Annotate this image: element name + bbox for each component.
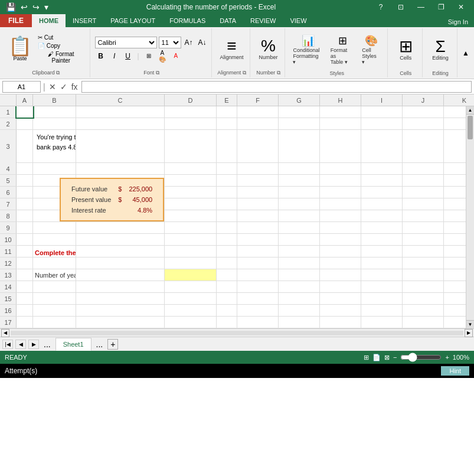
decrease-font-button[interactable]: A↓ xyxy=(197,37,208,48)
cell-c4[interactable] xyxy=(76,163,165,174)
cell-styles-button[interactable]: 🎨 CellStyles ▾ xyxy=(359,32,384,67)
cell-d1[interactable] xyxy=(165,106,217,118)
cell-b4[interactable] xyxy=(33,163,76,174)
zoom-out-button[interactable]: − xyxy=(393,354,397,361)
cell-g2[interactable] xyxy=(279,118,320,129)
cell-h12[interactable] xyxy=(320,257,361,269)
scroll-thumb[interactable] xyxy=(468,116,473,139)
border-button[interactable]: ⊞ xyxy=(143,50,155,62)
fx-button[interactable]: fx xyxy=(70,82,79,92)
add-sheet-button[interactable]: + xyxy=(107,339,118,350)
cell-g6[interactable] xyxy=(279,187,320,198)
cell-e4[interactable] xyxy=(217,163,237,174)
h-scroll-track[interactable] xyxy=(11,331,463,335)
cell-f10[interactable] xyxy=(237,234,279,245)
cell-e17[interactable] xyxy=(217,317,237,328)
editing-button[interactable]: Σ Editing xyxy=(427,36,453,63)
cell-g17[interactable] xyxy=(279,317,320,328)
cell-j8[interactable] xyxy=(403,210,444,221)
cell-d6[interactable] xyxy=(165,187,217,198)
format-as-table-button[interactable]: ⊞ Format asTable ▾ xyxy=(328,32,357,67)
copy-button[interactable]: 📄 Copy xyxy=(36,42,86,50)
tab-data[interactable]: DATA xyxy=(213,14,243,27)
alignment-button[interactable]: ≡ Alignment xyxy=(217,35,246,63)
cell-i11[interactable] xyxy=(361,246,403,257)
cell-g16[interactable] xyxy=(279,305,320,316)
number-launcher[interactable]: ⧉ xyxy=(277,70,280,76)
cell-c11[interactable] xyxy=(76,246,165,257)
cell-i5[interactable] xyxy=(361,175,403,186)
tab-page-layout[interactable]: PAGE LAYOUT xyxy=(103,14,162,27)
cell-d5[interactable] xyxy=(165,175,217,186)
scroll-track[interactable] xyxy=(466,115,474,320)
sign-in-button[interactable]: Sign In xyxy=(442,17,474,27)
scroll-left-button[interactable]: ◀ xyxy=(1,329,9,337)
cell-f16[interactable] xyxy=(237,305,279,316)
cell-c1[interactable] xyxy=(76,106,165,118)
cell-j5[interactable] xyxy=(403,175,444,186)
hint-button[interactable]: Hint xyxy=(441,366,469,376)
cell-j10[interactable] xyxy=(403,234,444,245)
tab-insert[interactable]: INSERT xyxy=(66,14,103,27)
cell-d2[interactable] xyxy=(165,118,217,129)
cell-c16[interactable] xyxy=(76,305,165,316)
cell-i10[interactable] xyxy=(361,234,403,245)
maximize-button[interactable]: ❐ xyxy=(433,0,449,14)
cell-h16[interactable] xyxy=(320,305,361,316)
cell-h15[interactable] xyxy=(320,293,361,304)
cell-e12[interactable] xyxy=(217,257,237,269)
cell-b1[interactable] xyxy=(33,106,76,118)
cell-d13[interactable] xyxy=(165,269,217,281)
cell-b11[interactable]: Complete the following analysis. Do not … xyxy=(33,246,76,257)
tab-view[interactable]: VIEW xyxy=(283,14,313,27)
cell-g8[interactable] xyxy=(279,210,320,221)
cell-a5[interactable] xyxy=(17,175,33,186)
cell-a3[interactable] xyxy=(17,130,33,163)
cell-h7[interactable] xyxy=(320,198,361,210)
cell-b15[interactable] xyxy=(33,293,76,304)
scroll-up-button[interactable]: ▲ xyxy=(466,106,474,115)
cell-c15[interactable] xyxy=(76,293,165,304)
cell-h1[interactable] xyxy=(320,106,361,118)
cell-e1[interactable] xyxy=(217,106,237,118)
cell-f14[interactable] xyxy=(237,281,279,292)
cell-j13[interactable] xyxy=(403,269,444,281)
redo-button[interactable]: ↪ xyxy=(31,2,41,12)
cell-d12[interactable] xyxy=(165,257,217,269)
cell-e7[interactable] xyxy=(217,198,237,210)
cell-f11[interactable] xyxy=(237,246,279,257)
cell-j12[interactable] xyxy=(403,257,444,269)
cell-g14[interactable] xyxy=(279,281,320,292)
confirm-formula-button[interactable]: ✓ xyxy=(59,82,68,92)
cell-f9[interactable] xyxy=(237,222,279,233)
vertical-scrollbar[interactable]: ▲ ▼ xyxy=(466,106,474,328)
cell-h4[interactable] xyxy=(320,163,361,174)
cell-a2[interactable] xyxy=(17,118,33,129)
customize-quick-access-button[interactable]: ▾ xyxy=(43,2,50,12)
cell-h17[interactable] xyxy=(320,317,361,328)
horizontal-scrollbar[interactable]: ◀ ▶ xyxy=(0,328,474,337)
cell-d8[interactable] xyxy=(165,210,217,221)
cell-g9[interactable] xyxy=(279,222,320,233)
formula-input[interactable] xyxy=(81,81,472,93)
minimize-button[interactable]: — xyxy=(413,0,429,14)
cell-a1[interactable] xyxy=(17,106,33,118)
cell-e3[interactable] xyxy=(217,130,237,163)
format-painter-button[interactable]: 🖌 Format Painter xyxy=(36,50,86,64)
cell-f5[interactable] xyxy=(237,175,279,186)
cell-i2[interactable] xyxy=(361,118,403,129)
cell-a7[interactable] xyxy=(17,198,33,210)
cell-j17[interactable] xyxy=(403,317,444,328)
cell-d4[interactable] xyxy=(165,163,217,174)
cell-i17[interactable] xyxy=(361,317,403,328)
cell-d7[interactable] xyxy=(165,198,217,210)
cell-j11[interactable] xyxy=(403,246,444,257)
cell-h3[interactable] xyxy=(320,130,361,163)
cell-a6[interactable] xyxy=(17,187,33,198)
cell-a12[interactable] xyxy=(17,257,33,269)
cell-e8[interactable] xyxy=(217,210,237,221)
cell-c2[interactable] xyxy=(76,118,165,129)
cell-e15[interactable] xyxy=(217,293,237,304)
cell-g3[interactable] xyxy=(279,130,320,163)
sheet-tab-sheet1[interactable]: Sheet1 xyxy=(55,338,91,351)
